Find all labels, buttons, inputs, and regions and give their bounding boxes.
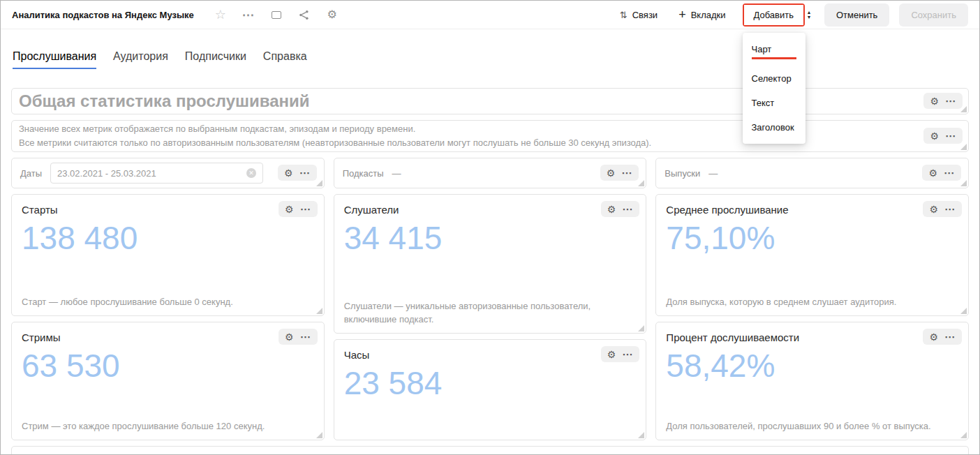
widget-menu-icon[interactable]: ⋯ [300, 204, 311, 214]
widget-menu-icon[interactable]: ⋯ [944, 331, 956, 342]
cancel-button[interactable]: Отменить [824, 3, 889, 27]
section-title: Общая статистика прослушиваний [19, 91, 310, 111]
widget-menu-icon[interactable]: ⋯ [945, 130, 956, 141]
selector-label: Выпуски [665, 168, 700, 179]
resize-handle[interactable] [638, 325, 644, 331]
dashboard-title: Аналитика подкастов на Яндекс Музыке [12, 10, 194, 20]
selector-value[interactable]: — [392, 168, 401, 179]
widget-menu-icon[interactable]: ⋯ [944, 167, 955, 178]
menu-item-selector[interactable]: Селектор [743, 66, 805, 91]
metric-card-starts: Старты 138 480 Старт — любое прослушиван… [11, 194, 325, 316]
relations-label: Связи [632, 10, 658, 20]
add-button[interactable]: Добавить [744, 5, 803, 25]
metric-card-hours: Часы 23 584 ⚙ ⋯ [334, 339, 647, 440]
widget-menu-icon[interactable]: ⋯ [622, 349, 633, 359]
metric-title: Процент дослушиваемости [666, 331, 958, 343]
widget-menu-icon[interactable]: ⋯ [300, 331, 311, 342]
resize-handle[interactable] [960, 180, 967, 186]
relations-button[interactable]: ⇅ Связи [614, 10, 663, 20]
add-widget-control: Добавить ▴ ▾ Чарт Селектор Текс [743, 3, 813, 27]
text-line-2: Все метрики считаются только по авторизо… [19, 137, 961, 149]
tab-help[interactable]: Справка [263, 50, 307, 69]
resize-handle[interactable] [316, 432, 322, 438]
metric-value: 58,42% [666, 347, 958, 385]
toolbar-actions: ⇅ Связи + Вкладки Добавить ▴ ▾ Чарт [614, 3, 968, 27]
metric-description: Доля пользователей, прослушавших 90 и бо… [666, 420, 957, 433]
share-icon[interactable] [297, 10, 312, 20]
menu-item-heading-label: Заголовок [752, 122, 794, 133]
widget-settings-icon[interactable]: ⚙ [930, 96, 939, 106]
resize-handle[interactable] [960, 106, 967, 112]
metrics-grid: Старты 138 480 Старт — любое прослушиван… [11, 194, 969, 440]
resize-handle[interactable] [960, 432, 967, 438]
clear-icon[interactable]: ✕ [246, 168, 256, 178]
metrics-column-3: Среднее прослушивание 75,10% Доля выпуск… [655, 194, 969, 440]
add-tab-button[interactable]: + Вкладки [673, 8, 731, 21]
widget-controls: ⚙ ⋯ [923, 128, 963, 144]
frame-glyph [272, 11, 281, 19]
selector-value[interactable]: — [708, 168, 718, 179]
frame-icon[interactable] [269, 11, 284, 19]
resize-handle[interactable] [638, 180, 644, 186]
widget-controls: ⚙ ⋯ [923, 329, 962, 345]
widget-controls: ⚙ ⋯ [923, 201, 962, 217]
menu-item-text[interactable]: Текст [743, 91, 805, 115]
widget-menu-icon[interactable]: ⋯ [299, 167, 311, 178]
widget-menu-icon[interactable]: ⋯ [945, 96, 956, 106]
widget-settings-icon[interactable]: ⚙ [284, 168, 293, 178]
resize-handle[interactable] [316, 308, 322, 314]
widget-settings-icon[interactable]: ⚙ [285, 332, 294, 342]
star-glyph: ☆ [215, 8, 226, 21]
widget-menu-icon[interactable]: ⋯ [621, 167, 632, 178]
selectors-row: Даты 23.02.2021 - 25.03.2021 ✕ ⚙ ⋯ Подка… [11, 158, 969, 188]
up-down-arrows-icon: ⇅ [620, 10, 628, 20]
metric-card-completion-rate: Процент дослушиваемости 58,42% Доля поль… [655, 322, 969, 440]
widget-settings-icon[interactable]: ⚙ [928, 168, 937, 178]
favorite-star-icon[interactable]: ☆ [213, 8, 228, 21]
selector-episodes: Выпуски — ⚙ ⋯ [655, 158, 969, 188]
add-dropdown-toggle[interactable]: ▴ ▾ [805, 8, 813, 21]
save-button[interactable]: Сохранить [899, 3, 968, 27]
metrics-column-2: Слушатели 34 415 Слушатели — уникальные … [334, 194, 647, 440]
settings-gear-icon[interactable]: ⚙ [325, 9, 340, 20]
widget-controls: ⚙ ⋯ [279, 201, 318, 217]
metric-card-average-listen: Среднее прослушивание 75,10% Доля выпуск… [655, 194, 969, 316]
ellipsis-glyph: ⋯ [242, 9, 255, 21]
metric-value: 138 480 [22, 219, 314, 257]
resize-handle[interactable] [960, 308, 967, 314]
metric-description: Старт — любое прослушивание больше 0 сек… [22, 296, 313, 308]
widget-settings-icon[interactable]: ⚙ [285, 204, 294, 214]
annotation-highlight-box: Добавить [743, 3, 805, 27]
resize-handle[interactable] [960, 144, 967, 150]
widget-menu-icon[interactable]: ⋯ [944, 204, 956, 214]
metric-title: Старты [22, 204, 314, 216]
widget-settings-icon[interactable]: ⚙ [607, 350, 616, 359]
widget-menu-icon[interactable]: ⋯ [622, 204, 633, 214]
widget-settings-icon[interactable]: ⚙ [607, 168, 616, 178]
menu-item-chart[interactable]: Чарт [743, 37, 805, 66]
caret-down-icon: ▾ [808, 15, 810, 20]
metric-value: 63 530 [22, 347, 314, 385]
resize-handle[interactable] [638, 432, 644, 438]
tab-subscribers[interactable]: Подписчики [185, 50, 246, 69]
widget-settings-icon[interactable]: ⚙ [607, 204, 616, 214]
widget-settings-icon[interactable]: ⚙ [930, 131, 939, 141]
widget-settings-icon[interactable]: ⚙ [929, 204, 938, 214]
metric-title: Часы [344, 349, 637, 361]
share-glyph [299, 10, 309, 20]
selector-dates: Даты 23.02.2021 - 25.03.2021 ✕ ⚙ ⋯ [11, 158, 325, 188]
resize-handle[interactable] [316, 180, 322, 186]
menu-item-heading[interactable]: Заголовок [743, 115, 805, 140]
selector-podcasts: Подкасты — ⚙ ⋯ [334, 158, 647, 188]
widget-controls: ⚙ ⋯ [923, 93, 963, 109]
metric-description: Слушатели — уникальные авторизованные по… [344, 300, 635, 326]
widget-settings-icon[interactable]: ⚙ [929, 332, 938, 342]
tab-audience[interactable]: Аудитория [113, 50, 168, 69]
tab-listens[interactable]: Прослушивания [13, 50, 96, 69]
widget-controls: ⚙ ⋯ [601, 346, 640, 362]
widget-controls: ⚙ ⋯ [600, 165, 639, 181]
date-range-input[interactable]: 23.02.2021 - 25.03.2021 ✕ [50, 163, 263, 184]
metrics-column-1: Старты 138 480 Старт — любое прослушиван… [11, 194, 325, 440]
dashboard-editor: Аналитика подкастов на Яндекс Музыке ☆ ⋯… [0, 0, 980, 455]
more-actions-icon[interactable]: ⋯ [241, 9, 256, 21]
